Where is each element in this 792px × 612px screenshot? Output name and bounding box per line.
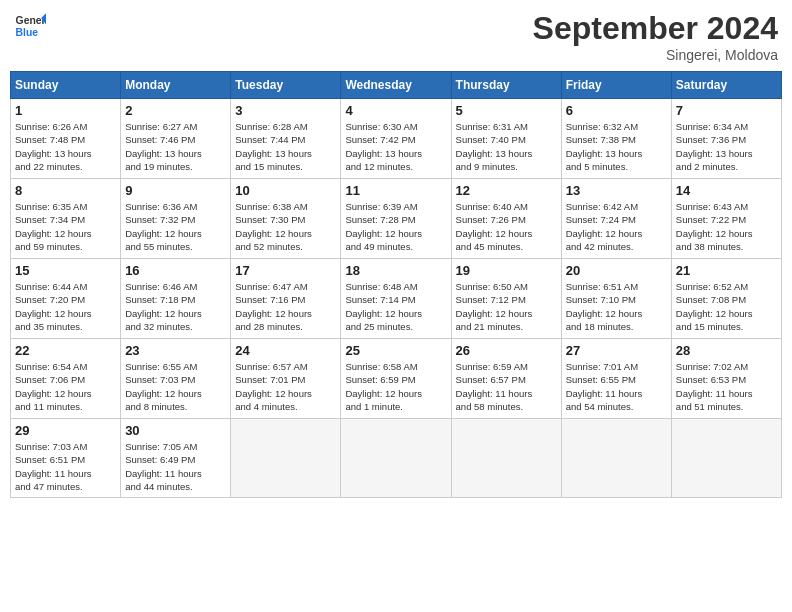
- day-info: Sunrise: 7:03 AM Sunset: 6:51 PM Dayligh…: [15, 440, 116, 493]
- calendar-cell: [561, 419, 671, 498]
- calendar-cell: 16Sunrise: 6:46 AM Sunset: 7:18 PM Dayli…: [121, 259, 231, 339]
- logo-icon: General Blue: [14, 10, 46, 42]
- calendar-cell: 26Sunrise: 6:59 AM Sunset: 6:57 PM Dayli…: [451, 339, 561, 419]
- day-info: Sunrise: 7:01 AM Sunset: 6:55 PM Dayligh…: [566, 360, 667, 413]
- day-number: 1: [15, 103, 116, 118]
- calendar-cell: 20Sunrise: 6:51 AM Sunset: 7:10 PM Dayli…: [561, 259, 671, 339]
- calendar-cell: 9Sunrise: 6:36 AM Sunset: 7:32 PM Daylig…: [121, 179, 231, 259]
- day-number: 23: [125, 343, 226, 358]
- calendar-cell: 2Sunrise: 6:27 AM Sunset: 7:46 PM Daylig…: [121, 99, 231, 179]
- day-number: 28: [676, 343, 777, 358]
- calendar-cell: 1Sunrise: 6:26 AM Sunset: 7:48 PM Daylig…: [11, 99, 121, 179]
- day-info: Sunrise: 6:27 AM Sunset: 7:46 PM Dayligh…: [125, 120, 226, 173]
- page-header: General Blue General Blue September 2024…: [10, 10, 782, 63]
- calendar-cell: 13Sunrise: 6:42 AM Sunset: 7:24 PM Dayli…: [561, 179, 671, 259]
- day-info: Sunrise: 6:52 AM Sunset: 7:08 PM Dayligh…: [676, 280, 777, 333]
- calendar-cell: 11Sunrise: 6:39 AM Sunset: 7:28 PM Dayli…: [341, 179, 451, 259]
- day-number: 29: [15, 423, 116, 438]
- day-info: Sunrise: 6:34 AM Sunset: 7:36 PM Dayligh…: [676, 120, 777, 173]
- weekday-header-wednesday: Wednesday: [341, 72, 451, 99]
- calendar-cell: 15Sunrise: 6:44 AM Sunset: 7:20 PM Dayli…: [11, 259, 121, 339]
- calendar-cell: 17Sunrise: 6:47 AM Sunset: 7:16 PM Dayli…: [231, 259, 341, 339]
- calendar-week-row: 8Sunrise: 6:35 AM Sunset: 7:34 PM Daylig…: [11, 179, 782, 259]
- day-number: 19: [456, 263, 557, 278]
- day-info: Sunrise: 6:47 AM Sunset: 7:16 PM Dayligh…: [235, 280, 336, 333]
- day-number: 4: [345, 103, 446, 118]
- calendar-cell: 7Sunrise: 6:34 AM Sunset: 7:36 PM Daylig…: [671, 99, 781, 179]
- day-info: Sunrise: 6:40 AM Sunset: 7:26 PM Dayligh…: [456, 200, 557, 253]
- day-info: Sunrise: 7:05 AM Sunset: 6:49 PM Dayligh…: [125, 440, 226, 493]
- day-info: Sunrise: 6:30 AM Sunset: 7:42 PM Dayligh…: [345, 120, 446, 173]
- day-info: Sunrise: 6:58 AM Sunset: 6:59 PM Dayligh…: [345, 360, 446, 413]
- calendar-cell: 23Sunrise: 6:55 AM Sunset: 7:03 PM Dayli…: [121, 339, 231, 419]
- day-info: Sunrise: 6:43 AM Sunset: 7:22 PM Dayligh…: [676, 200, 777, 253]
- day-number: 6: [566, 103, 667, 118]
- day-number: 9: [125, 183, 226, 198]
- day-info: Sunrise: 6:57 AM Sunset: 7:01 PM Dayligh…: [235, 360, 336, 413]
- calendar-table: SundayMondayTuesdayWednesdayThursdayFrid…: [10, 71, 782, 498]
- day-info: Sunrise: 6:42 AM Sunset: 7:24 PM Dayligh…: [566, 200, 667, 253]
- calendar-cell: 27Sunrise: 7:01 AM Sunset: 6:55 PM Dayli…: [561, 339, 671, 419]
- calendar-cell: 5Sunrise: 6:31 AM Sunset: 7:40 PM Daylig…: [451, 99, 561, 179]
- calendar-cell: 30Sunrise: 7:05 AM Sunset: 6:49 PM Dayli…: [121, 419, 231, 498]
- day-info: Sunrise: 6:28 AM Sunset: 7:44 PM Dayligh…: [235, 120, 336, 173]
- month-title: September 2024: [533, 10, 778, 47]
- day-number: 15: [15, 263, 116, 278]
- day-number: 3: [235, 103, 336, 118]
- day-number: 26: [456, 343, 557, 358]
- day-info: Sunrise: 6:32 AM Sunset: 7:38 PM Dayligh…: [566, 120, 667, 173]
- calendar-cell: [671, 419, 781, 498]
- calendar-cell: 19Sunrise: 6:50 AM Sunset: 7:12 PM Dayli…: [451, 259, 561, 339]
- logo: General Blue General Blue: [14, 10, 46, 42]
- day-info: Sunrise: 6:46 AM Sunset: 7:18 PM Dayligh…: [125, 280, 226, 333]
- day-info: Sunrise: 6:38 AM Sunset: 7:30 PM Dayligh…: [235, 200, 336, 253]
- day-number: 17: [235, 263, 336, 278]
- calendar-cell: 8Sunrise: 6:35 AM Sunset: 7:34 PM Daylig…: [11, 179, 121, 259]
- day-number: 11: [345, 183, 446, 198]
- day-info: Sunrise: 6:39 AM Sunset: 7:28 PM Dayligh…: [345, 200, 446, 253]
- title-block: September 2024 Singerei, Moldova: [533, 10, 778, 63]
- calendar-week-row: 29Sunrise: 7:03 AM Sunset: 6:51 PM Dayli…: [11, 419, 782, 498]
- calendar-cell: 18Sunrise: 6:48 AM Sunset: 7:14 PM Dayli…: [341, 259, 451, 339]
- calendar-cell: 21Sunrise: 6:52 AM Sunset: 7:08 PM Dayli…: [671, 259, 781, 339]
- day-number: 12: [456, 183, 557, 198]
- day-info: Sunrise: 6:31 AM Sunset: 7:40 PM Dayligh…: [456, 120, 557, 173]
- weekday-header-row: SundayMondayTuesdayWednesdayThursdayFrid…: [11, 72, 782, 99]
- day-number: 27: [566, 343, 667, 358]
- location: Singerei, Moldova: [533, 47, 778, 63]
- day-info: Sunrise: 6:51 AM Sunset: 7:10 PM Dayligh…: [566, 280, 667, 333]
- day-info: Sunrise: 6:26 AM Sunset: 7:48 PM Dayligh…: [15, 120, 116, 173]
- calendar-cell: [341, 419, 451, 498]
- day-number: 18: [345, 263, 446, 278]
- weekday-header-tuesday: Tuesday: [231, 72, 341, 99]
- day-info: Sunrise: 6:55 AM Sunset: 7:03 PM Dayligh…: [125, 360, 226, 413]
- calendar-cell: 29Sunrise: 7:03 AM Sunset: 6:51 PM Dayli…: [11, 419, 121, 498]
- day-number: 10: [235, 183, 336, 198]
- day-number: 20: [566, 263, 667, 278]
- svg-text:General: General: [16, 15, 46, 26]
- weekday-header-thursday: Thursday: [451, 72, 561, 99]
- day-number: 2: [125, 103, 226, 118]
- calendar-cell: [451, 419, 561, 498]
- day-info: Sunrise: 6:48 AM Sunset: 7:14 PM Dayligh…: [345, 280, 446, 333]
- day-number: 22: [15, 343, 116, 358]
- day-info: Sunrise: 6:59 AM Sunset: 6:57 PM Dayligh…: [456, 360, 557, 413]
- calendar-week-row: 1Sunrise: 6:26 AM Sunset: 7:48 PM Daylig…: [11, 99, 782, 179]
- calendar-cell: 24Sunrise: 6:57 AM Sunset: 7:01 PM Dayli…: [231, 339, 341, 419]
- weekday-header-saturday: Saturday: [671, 72, 781, 99]
- calendar-cell: 6Sunrise: 6:32 AM Sunset: 7:38 PM Daylig…: [561, 99, 671, 179]
- weekday-header-friday: Friday: [561, 72, 671, 99]
- day-info: Sunrise: 6:44 AM Sunset: 7:20 PM Dayligh…: [15, 280, 116, 333]
- day-info: Sunrise: 6:50 AM Sunset: 7:12 PM Dayligh…: [456, 280, 557, 333]
- day-number: 16: [125, 263, 226, 278]
- day-number: 25: [345, 343, 446, 358]
- calendar-cell: 14Sunrise: 6:43 AM Sunset: 7:22 PM Dayli…: [671, 179, 781, 259]
- day-info: Sunrise: 7:02 AM Sunset: 6:53 PM Dayligh…: [676, 360, 777, 413]
- calendar-cell: 3Sunrise: 6:28 AM Sunset: 7:44 PM Daylig…: [231, 99, 341, 179]
- day-number: 30: [125, 423, 226, 438]
- calendar-cell: 25Sunrise: 6:58 AM Sunset: 6:59 PM Dayli…: [341, 339, 451, 419]
- calendar-week-row: 22Sunrise: 6:54 AM Sunset: 7:06 PM Dayli…: [11, 339, 782, 419]
- calendar-cell: 28Sunrise: 7:02 AM Sunset: 6:53 PM Dayli…: [671, 339, 781, 419]
- day-number: 13: [566, 183, 667, 198]
- day-number: 14: [676, 183, 777, 198]
